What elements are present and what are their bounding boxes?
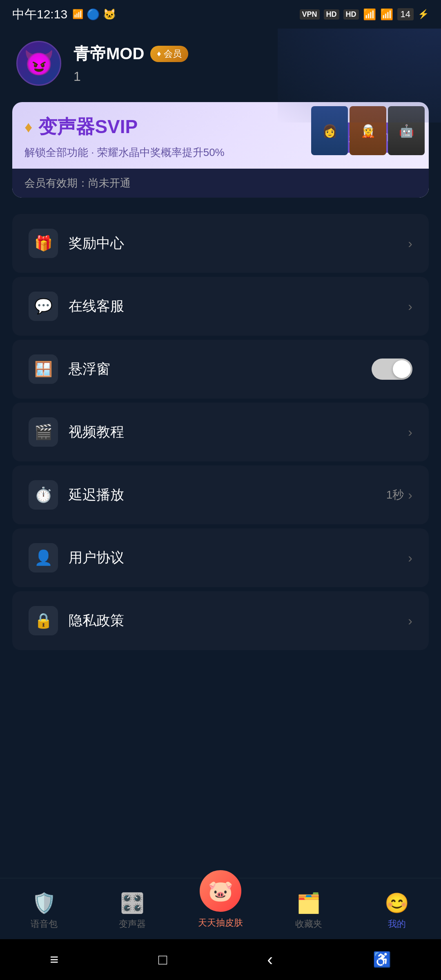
svip-membership-status-bar: 会员有效期：尚未开通 bbox=[12, 169, 429, 198]
nav-item-daily-skin[interactable]: 🐷 天天抽皮肤 bbox=[176, 869, 265, 929]
avatar[interactable]: 😈 bbox=[16, 41, 61, 86]
online-support-chevron-icon: › bbox=[408, 299, 412, 314]
voice-pack-icon: 🛡️ bbox=[32, 892, 56, 915]
status-icons: 📶 🔵 🐱 bbox=[72, 8, 116, 21]
svip-title-row: ♦ 变声器SVIP bbox=[24, 114, 334, 140]
privacy-policy-label: 隐私政策 bbox=[69, 611, 124, 630]
reward-center-label: 奖励中心 bbox=[69, 234, 124, 253]
nav-item-mine[interactable]: 😊 我的 bbox=[353, 892, 441, 930]
floating-window-label: 悬浮窗 bbox=[69, 360, 110, 379]
daily-skin-icon: 🐷 bbox=[198, 869, 243, 913]
delayed-playback-icon: ⏱️ bbox=[29, 480, 58, 510]
sys-home-button[interactable]: □ bbox=[158, 951, 167, 968]
status-left: 中午12:13 📶 🔵 🐱 bbox=[12, 6, 116, 23]
video-tutorial-chevron-icon: › bbox=[408, 425, 412, 440]
voice-changer-label: 变声器 bbox=[119, 918, 146, 930]
favorites-icon: 🗂️ bbox=[296, 892, 321, 915]
delayed-playback-value: 1秒 bbox=[386, 487, 404, 503]
toggle-knob bbox=[393, 360, 411, 378]
menu-item-delayed-playback[interactable]: ⏱️ 延迟播放 1秒 › bbox=[12, 466, 429, 524]
wifi-icon: 📶 bbox=[380, 8, 393, 21]
battery-icon: 14 bbox=[397, 8, 414, 20]
favorites-label: 收藏夹 bbox=[295, 918, 322, 930]
menu-item-floating-window[interactable]: 🪟 悬浮窗 bbox=[12, 340, 429, 399]
hd-badge-1: HD bbox=[324, 9, 339, 20]
profile-section: 😈 青帝MOD ♦ 会员 1 bbox=[0, 29, 441, 94]
sys-back-button[interactable]: ‹ bbox=[267, 950, 273, 969]
svip-title: 变声器SVIP bbox=[38, 114, 138, 140]
menu-item-video-tutorial[interactable]: 🎬 视频教程 › bbox=[12, 403, 429, 461]
hd-badge-2: HD bbox=[343, 9, 359, 20]
signal-icon: 📶 bbox=[72, 9, 83, 20]
sys-menu-button[interactable]: ≡ bbox=[50, 951, 58, 968]
nav-item-voice-changer[interactable]: 🎛️ 变声器 bbox=[88, 892, 176, 930]
mine-label: 我的 bbox=[388, 918, 406, 930]
vip-label: 会员 bbox=[164, 48, 182, 60]
status-right: VPN HD HD 📶 📶 14 ⚡ bbox=[300, 8, 429, 21]
svip-content: ♦ 变声器SVIP 解锁全部功能 · 荣耀水晶中奖概率提升50% bbox=[24, 114, 334, 160]
app-icon-1: 🔵 bbox=[87, 8, 100, 21]
online-support-icon: 💬 bbox=[29, 292, 58, 321]
vpn-badge: VPN bbox=[300, 9, 320, 20]
online-support-label: 在线客服 bbox=[69, 297, 124, 316]
status-bar: 中午12:13 📶 🔵 🐱 VPN HD HD 📶 📶 14 ⚡ bbox=[0, 0, 441, 29]
user-agreement-label: 用户协议 bbox=[69, 548, 124, 567]
mine-icon: 😊 bbox=[385, 892, 409, 915]
privacy-policy-chevron-icon: › bbox=[408, 613, 412, 628]
status-time: 中午12:13 bbox=[12, 6, 67, 23]
vip-diamond-icon: ♦ bbox=[157, 49, 161, 58]
profile-info: 青帝MOD ♦ 会员 1 bbox=[74, 42, 188, 84]
profile-name-row: 青帝MOD ♦ 会员 bbox=[74, 42, 188, 65]
membership-status-text: 会员有效期：尚未开通 bbox=[24, 177, 131, 189]
system-nav-bar: ≡ □ ‹ ♿ bbox=[0, 939, 441, 980]
reward-center-chevron-icon: › bbox=[408, 236, 412, 251]
profile-level: 1 bbox=[74, 69, 188, 84]
floating-window-toggle[interactable] bbox=[372, 359, 412, 380]
bottom-nav: 🛡️ 语音包 🎛️ 变声器 🐷 天天抽皮肤 🗂️ 收藏夹 😊 我的 bbox=[0, 878, 441, 939]
floating-window-icon: 🪟 bbox=[29, 354, 58, 384]
daily-skin-label: 天天抽皮肤 bbox=[198, 917, 243, 929]
svip-diamond-icon: ♦ bbox=[24, 118, 32, 136]
menu-item-online-support[interactable]: 💬 在线客服 › bbox=[12, 277, 429, 336]
menu-item-privacy-policy[interactable]: 🔒 隐私政策 › bbox=[12, 591, 429, 650]
menu-list: 🎁 奖励中心 › 💬 在线客服 › 🪟 悬浮窗 🎬 视频教 bbox=[0, 206, 441, 658]
sys-accessibility-button[interactable]: ♿ bbox=[373, 951, 391, 968]
voice-changer-icon: 🎛️ bbox=[120, 892, 145, 915]
user-agreement-icon: 👤 bbox=[29, 543, 58, 572]
user-agreement-chevron-icon: › bbox=[408, 550, 412, 566]
menu-item-reward-center[interactable]: 🎁 奖励中心 › bbox=[12, 214, 429, 273]
video-tutorial-label: 视频教程 bbox=[69, 423, 124, 441]
voice-pack-label: 语音包 bbox=[31, 918, 58, 930]
app-icon-2: 🐱 bbox=[103, 8, 116, 21]
svip-img-card-2: 🧝 bbox=[350, 106, 386, 155]
svip-banner: ♦ 变声器SVIP 解锁全部功能 · 荣耀水晶中奖概率提升50% 👩 🧝 🤖 升… bbox=[12, 102, 429, 198]
avatar-emoji: 😈 bbox=[24, 51, 54, 76]
nav-item-favorites[interactable]: 🗂️ 收藏夹 bbox=[265, 892, 353, 930]
delayed-playback-label: 延迟播放 bbox=[69, 486, 124, 504]
vip-badge: ♦ 会员 bbox=[150, 46, 188, 62]
reward-center-icon: 🎁 bbox=[29, 229, 58, 258]
svip-img-card-1: 👩 bbox=[311, 106, 348, 155]
charging-icon: ⚡ bbox=[418, 9, 429, 20]
menu-item-user-agreement[interactable]: 👤 用户协议 › bbox=[12, 528, 429, 587]
svip-desc: 解锁全部功能 · 荣耀水晶中奖概率提升50% bbox=[24, 145, 334, 160]
signal-bars-icon: 📶 bbox=[363, 8, 376, 21]
nav-item-voice-pack[interactable]: 🛡️ 语音包 bbox=[0, 892, 88, 930]
profile-name: 青帝MOD bbox=[74, 42, 144, 65]
video-tutorial-icon: 🎬 bbox=[29, 417, 58, 447]
privacy-policy-icon: 🔒 bbox=[29, 606, 58, 635]
delayed-playback-chevron-icon: › bbox=[408, 488, 412, 503]
svip-banner-top: ♦ 变声器SVIP 解锁全部功能 · 荣耀水晶中奖概率提升50% 👩 🧝 🤖 升… bbox=[12, 102, 429, 169]
svip-img-card-3: 🤖 bbox=[388, 106, 425, 155]
svip-images: 👩 🧝 🤖 bbox=[307, 102, 429, 159]
